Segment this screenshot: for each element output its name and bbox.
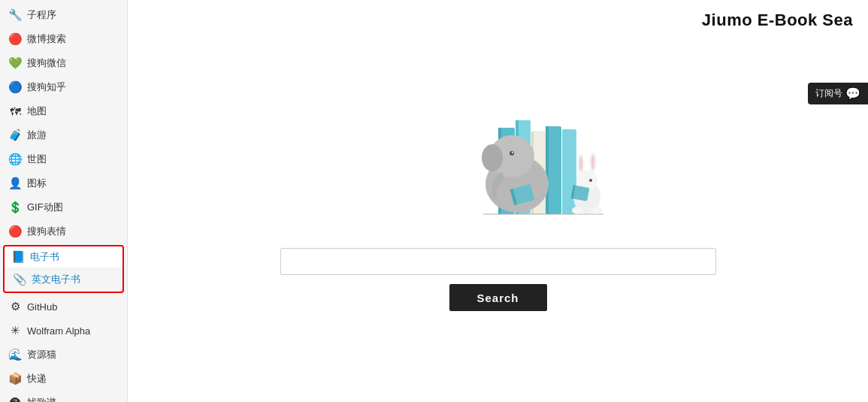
sidebar-item-label: 旅游	[27, 128, 47, 142]
icon-icon: 👤	[8, 176, 23, 191]
sidebar-item-label: 资源猫	[27, 348, 56, 361]
svg-rect-7	[546, 126, 549, 214]
delivery-icon: 📦	[8, 371, 23, 386]
svg-point-23	[589, 179, 592, 182]
svg-point-21	[579, 156, 582, 171]
page-title: Jiumo E-Book Sea	[702, 11, 853, 30]
svg-point-12	[482, 144, 503, 171]
sidebar-item-label: 搜狗知乎	[27, 80, 66, 94]
sidebar-item-label: 英文电子书	[32, 273, 80, 286]
sidebar-item-ebook[interactable]: 📘电子书	[5, 246, 122, 267]
sidebar-item-delivery[interactable]: 📦快递	[0, 367, 127, 391]
ebook-icon: 📘	[11, 249, 26, 264]
biaojing-icon: 🔴	[8, 224, 23, 239]
svg-point-13	[510, 151, 514, 156]
sidebar-item-label: 子程序	[27, 8, 56, 22]
world-icon: 🌐	[8, 152, 23, 167]
github-icon: ⚙	[8, 299, 23, 314]
search-button[interactable]: Search	[449, 284, 547, 311]
sidebar-item-label: GIF动图	[27, 201, 63, 214]
enebook-icon: 📎	[12, 272, 27, 287]
music-icon: 🅩	[8, 395, 23, 402]
sidebar-item-label: 搜狗微信	[27, 56, 66, 70]
map-icon: 🗺	[8, 104, 23, 119]
sidebar-item-biaojing[interactable]: 🔴搜狗表情	[0, 219, 127, 243]
sidebar-item-world[interactable]: 🌐世图	[0, 147, 127, 171]
sidebar-item-label: 电子书	[30, 250, 59, 264]
sidebar-item-label: 世图	[27, 153, 47, 166]
svg-point-14	[512, 152, 513, 153]
wolfram-icon: ✳	[8, 323, 23, 338]
wechat-badge-label: 订阅号	[815, 87, 842, 100]
zhihu-icon: 🔵	[8, 80, 23, 95]
sidebar-item-enebook[interactable]: 📎英文电子书	[5, 267, 122, 292]
main-content: Jiumo E-Book Sea 订阅号 💬	[128, 0, 868, 402]
sidebar-item-weibo[interactable]: 🔴微博搜索	[0, 27, 127, 51]
sidebar-item-wolfram[interactable]: ✳Wolfram Alpha	[0, 319, 127, 343]
ebook-illustration	[378, 75, 618, 225]
chengxu-icon: 🔧	[8, 8, 23, 23]
search-input[interactable]	[280, 248, 716, 275]
sidebar-item-github[interactable]: ⚙GitHub	[0, 295, 127, 319]
svg-point-27	[591, 207, 602, 214]
search-area: Search	[128, 248, 868, 311]
weixin-icon: 💚	[8, 56, 23, 71]
sidebar-item-label: 图标	[27, 177, 47, 190]
wechat-icon: 💬	[845, 86, 860, 101]
sidebar-item-weixin[interactable]: 💚搜狗微信	[0, 51, 127, 75]
sidebar-item-gif[interactable]: 💲GIF动图	[0, 195, 127, 219]
sidebar-item-icon[interactable]: 👤图标	[0, 171, 127, 195]
sidebar-item-label: 快递	[27, 372, 47, 385]
sidebar-item-label: 搜狗表情	[27, 225, 66, 238]
weibo-icon: 🔴	[8, 32, 23, 47]
sidebar-item-label: Wolfram Alpha	[27, 325, 90, 337]
sidebar-item-travel[interactable]: 🧳旅游	[0, 123, 127, 147]
sidebar-item-label: 微博搜索	[27, 32, 66, 46]
svg-point-22	[591, 155, 594, 170]
sidebar-item-chengxu[interactable]: 🔧子程序	[0, 3, 127, 27]
gif-icon: 💲	[8, 200, 23, 215]
sidebar-item-map[interactable]: 🗺地图	[0, 99, 127, 123]
travel-icon: 🧳	[8, 128, 23, 143]
resource-icon: 🌊	[8, 347, 23, 362]
sidebar: 🔧子程序🔴微博搜索💚搜狗微信🔵搜狗知乎🗺地图🧳旅游🌐世图👤图标💲GIF动图🔴搜狗…	[0, 0, 128, 402]
sidebar-item-label: GitHub	[27, 301, 57, 313]
sidebar-item-label: 找歌谱	[27, 396, 56, 402]
sidebar-item-zhihu[interactable]: 🔵搜狗知乎	[0, 75, 127, 99]
sidebar-item-label: 地图	[27, 104, 47, 118]
sidebar-item-resource[interactable]: 🌊资源猫	[0, 343, 127, 367]
svg-point-26	[572, 207, 582, 214]
sidebar-item-music[interactable]: 🅩找歌谱	[0, 391, 127, 402]
wechat-badge[interactable]: 订阅号 💬	[808, 83, 868, 104]
illustration	[378, 75, 618, 225]
